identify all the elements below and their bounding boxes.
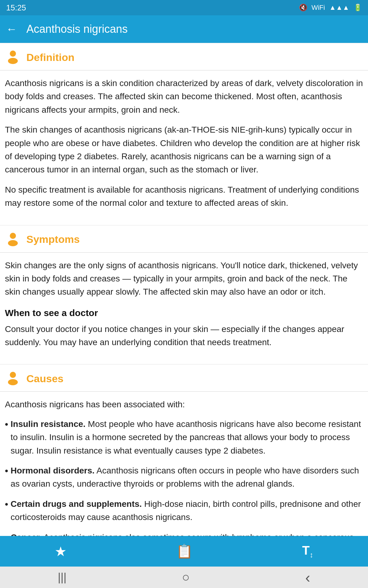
status-bar: 15:25 🔇 WiFi ▲▲▲ 🔋 xyxy=(0,0,368,15)
svg-point-3 xyxy=(8,240,18,246)
content-area: Definition Acanthosis nigricans is a ski… xyxy=(0,43,368,588)
svg-point-4 xyxy=(10,372,16,378)
notes-button[interactable]: 📋 xyxy=(176,543,193,559)
bullet-item-2-text: Hormonal disorders. Acanthosis nigricans… xyxy=(11,464,363,491)
bullet-item-3-text: Certain drugs and supplements. High-dose… xyxy=(11,497,363,524)
causes-intro-text: Acanthosis nigricans has been associated… xyxy=(5,398,363,411)
definition-para-1: Acanthosis nigricans is a skin condition… xyxy=(5,77,363,116)
list-item: • Insulin resistance. Most people who ha… xyxy=(5,417,363,457)
causes-section-header: Causes xyxy=(0,364,368,391)
status-icons: 🔇 WiFi ▲▲▲ 🔋 xyxy=(299,4,362,12)
svg-point-2 xyxy=(10,233,16,239)
symptoms-section-header: Symptoms xyxy=(0,225,368,252)
svg-point-5 xyxy=(8,379,18,385)
battery-icon: 🔋 xyxy=(354,4,362,12)
navigation-bar: ||| ○ ‹ xyxy=(0,567,368,588)
bullet-dot-2: • xyxy=(5,464,8,478)
list-item: • Hormonal disorders. Acanthosis nigrica… xyxy=(5,464,363,491)
wifi-icon: WiFi xyxy=(312,4,325,12)
causes-section-icon xyxy=(5,371,21,386)
causes-intro: Acanthosis nigricans has been associated… xyxy=(0,392,368,417)
when-to-see-doctor-para-1: Consult your doctor if you notice change… xyxy=(5,322,363,349)
app-bar: ← Acanthosis nigricans xyxy=(0,15,368,43)
bullet-item-2-bold: Hormonal disorders. xyxy=(11,466,95,475)
notification-off-icon: 🔇 xyxy=(299,4,307,12)
font-size-button[interactable]: T↕ xyxy=(302,544,313,559)
back-nav-button[interactable]: ‹ xyxy=(305,569,310,586)
bottom-toolbar: ★ 📋 T↕ xyxy=(0,536,368,567)
list-item: • Certain drugs and supplements. High-do… xyxy=(5,497,363,524)
definition-para-3: No specific treatment is available for a… xyxy=(5,183,363,210)
definition-section-title: Definition xyxy=(26,51,75,63)
symptoms-body: Skin changes are the only signs of acant… xyxy=(0,253,368,305)
recents-button[interactable]: ||| xyxy=(58,571,66,584)
status-time: 15:25 xyxy=(6,3,26,13)
symptoms-section-icon xyxy=(5,232,21,247)
bullet-item-1-bold: Insulin resistance. xyxy=(11,419,86,429)
bullet-dot-1: • xyxy=(5,417,8,432)
bullet-item-3-bold: Certain drugs and supplements. xyxy=(11,499,142,509)
bookmark-button[interactable]: ★ xyxy=(55,544,67,559)
bullet-item-1-text: Insulin resistance. Most people who have… xyxy=(11,417,363,457)
when-to-see-doctor-body: Consult your doctor if you notice change… xyxy=(0,322,368,355)
definition-section-header: Definition xyxy=(0,43,368,70)
home-button[interactable]: ○ xyxy=(182,570,190,585)
when-to-see-doctor-heading: When to see a doctor xyxy=(0,305,368,322)
svg-point-0 xyxy=(10,51,16,57)
causes-section-title: Causes xyxy=(26,373,63,385)
symptoms-section-title: Symptoms xyxy=(26,233,80,245)
back-button[interactable]: ← xyxy=(6,23,17,36)
bullet-dot-3: • xyxy=(5,497,8,512)
spacer-2 xyxy=(0,355,368,364)
definition-para-2: The skin changes of acanthosis nigricans… xyxy=(5,123,363,176)
symptoms-para-1: Skin changes are the only signs of acant… xyxy=(5,259,363,299)
definition-body: Acanthosis nigricans is a skin condition… xyxy=(0,70,368,216)
spacer-1 xyxy=(0,216,368,225)
svg-point-1 xyxy=(8,58,18,64)
signal-icon: ▲▲▲ xyxy=(329,4,349,12)
page-title: Acanthosis nigricans xyxy=(26,23,128,36)
definition-section-icon xyxy=(5,49,21,65)
